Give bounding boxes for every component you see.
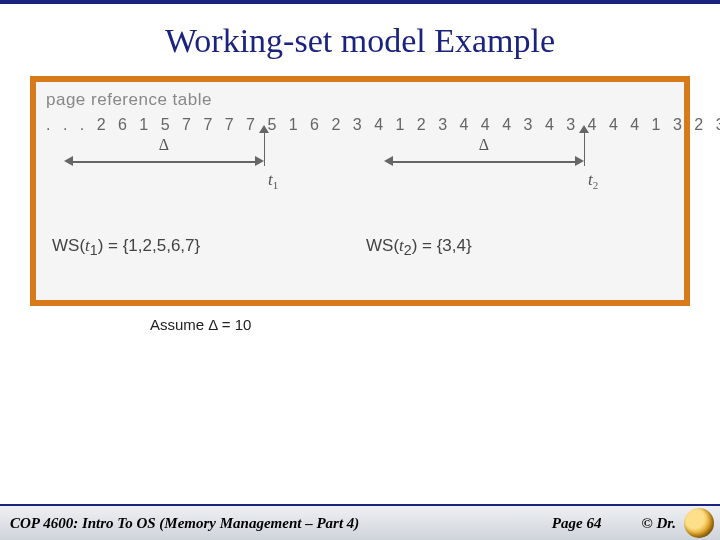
assume-text: Assume Δ = 10 [150,316,720,333]
footer-course: COP 4600: Intro To OS (Memory Management… [0,515,359,532]
footer: COP 4600: Intro To OS (Memory Management… [0,504,720,540]
page-ref-label: page reference table [46,90,674,110]
delta-window-2: Δ [384,136,584,168]
t2-label: t2 [588,170,598,191]
working-set-1: WS(t1) = {1,2,5,6,7} [52,236,200,258]
diagram-box: page reference table . . . 2 6 1 5 7 7 7… [30,76,690,306]
page-title: Working-set model Example [0,22,720,60]
double-arrow-1 [64,156,264,168]
ucf-logo-icon [684,508,714,538]
footer-copyright: © Dr. [641,515,676,532]
double-arrow-2 [384,156,584,168]
working-set-2: WS(t2) = {3,4} [366,236,472,258]
arrows-row: Δ Δ t1 t2 [46,136,674,196]
delta-symbol-2: Δ [384,136,584,154]
t1-label: t1 [268,170,278,191]
delta-symbol-1: Δ [64,136,264,154]
slide: Working-set model Example page reference… [0,0,720,540]
footer-page: Page 64 [552,515,602,532]
delta-window-1: Δ [64,136,264,168]
ws-row: WS(t1) = {1,2,5,6,7} WS(t2) = {3,4} [46,236,674,260]
